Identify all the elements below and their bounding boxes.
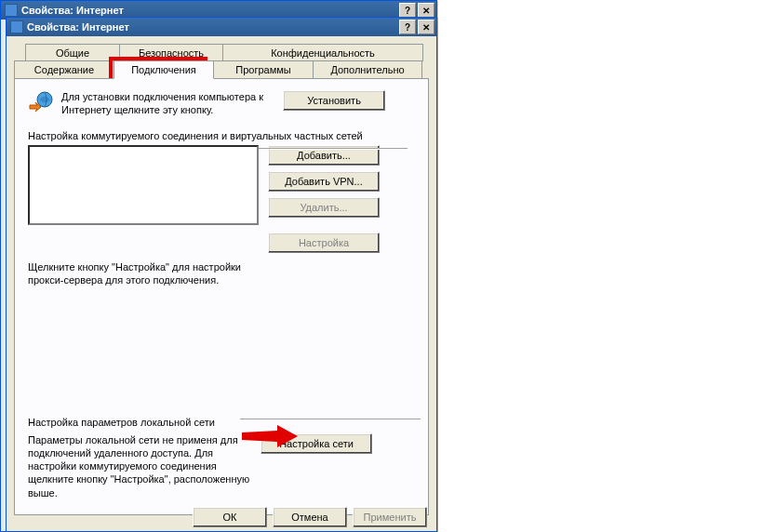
ok-button[interactable]: ОК — [193, 507, 267, 527]
tab-content[interactable]: Содержание — [14, 60, 114, 79]
tab-connections[interactable]: Подключения — [114, 60, 214, 79]
lan-settings-button[interactable]: Настройка сети — [261, 433, 372, 454]
setup-button[interactable]: Установить — [283, 90, 385, 111]
help-button[interactable]: ? — [399, 3, 416, 18]
tab-panel-connections: Для установки подключения компьютера к И… — [14, 78, 429, 515]
globe-wizard-icon — [28, 90, 54, 114]
setup-text: Для установки подключения компьютера к И… — [61, 90, 275, 117]
tab-security[interactable]: Безопасность — [119, 44, 223, 61]
dialup-label: Настройка коммутируемого соединения и ви… — [28, 130, 415, 141]
help-button[interactable]: ? — [399, 20, 416, 34]
tab-privacy[interactable]: Конфиденциальность — [222, 44, 423, 61]
cancel-button[interactable]: Отмена — [273, 507, 347, 527]
apply-button[interactable]: Применить — [353, 507, 427, 527]
window-icon — [5, 4, 18, 17]
settings-button[interactable]: Настройка — [268, 233, 380, 253]
proxy-hint: Щелкните кнопку "Настройка" для настройк… — [28, 260, 261, 287]
window-title: Свойства: Интернет — [27, 21, 399, 33]
properties-window: Свойства: Интернет ? ✕ Общие Безопасност… — [6, 17, 437, 532]
client-area: Общие Безопасность Конфиденциальность Со… — [7, 36, 436, 531]
close-button[interactable]: ✕ — [418, 20, 434, 34]
tab-general[interactable]: Общие — [25, 44, 120, 61]
tab-advanced[interactable]: Дополнительно — [313, 60, 422, 79]
close-button[interactable]: ✕ — [418, 3, 434, 18]
tab-programs[interactable]: Программы — [213, 60, 314, 79]
titlebar: Свойства: Интернет ? ✕ — [7, 18, 436, 36]
remove-button[interactable]: Удалить... — [268, 197, 380, 218]
add-vpn-button[interactable]: Добавить VPN... — [268, 171, 380, 192]
window-title-back: Свойства: Интернет — [21, 5, 399, 16]
lan-text: Параметры локальной сети не применя для … — [28, 433, 251, 499]
window-icon — [10, 20, 23, 33]
connections-listbox[interactable] — [28, 145, 259, 225]
